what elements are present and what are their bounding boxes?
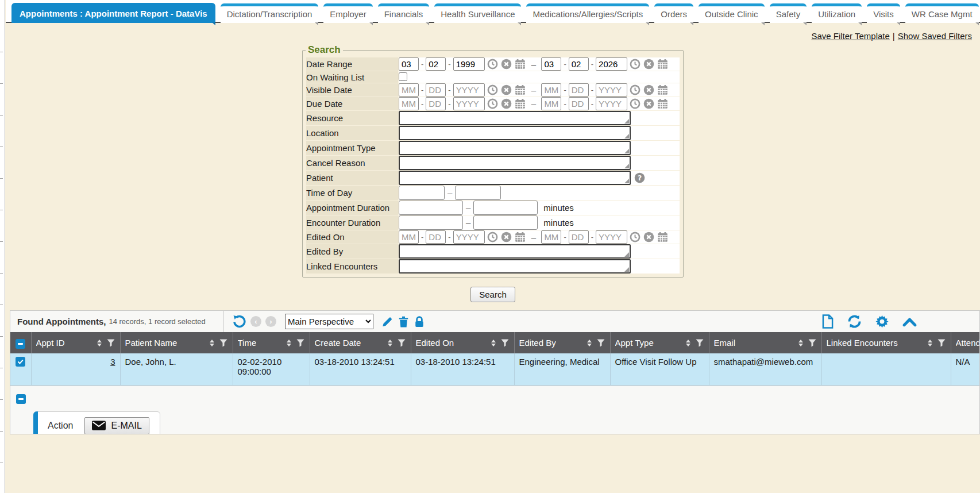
clear-date-icon[interactable] (501, 232, 512, 242)
date-range-to-day-input[interactable] (569, 57, 589, 71)
tab-health-surveillance[interactable]: Health Surveillance (434, 3, 521, 23)
column-header-patient-name[interactable]: Patient Name (120, 332, 233, 353)
edited-by-input[interactable] (399, 244, 631, 259)
sort-icon[interactable] (686, 340, 690, 346)
time-of-day-from-input[interactable] (399, 186, 445, 200)
clock-icon[interactable] (630, 84, 641, 95)
due-date-to-year-input[interactable] (596, 97, 627, 110)
calendar-icon[interactable] (657, 84, 668, 95)
filter-icon[interactable] (597, 339, 605, 347)
filter-icon[interactable] (107, 339, 115, 347)
clock-icon[interactable] (630, 59, 641, 70)
due-date-from-year-input[interactable] (453, 97, 485, 110)
sort-icon[interactable] (287, 340, 291, 346)
calendar-icon[interactable] (515, 59, 526, 70)
calendar-icon[interactable] (657, 232, 668, 242)
date-range-to-year-input[interactable] (596, 57, 627, 71)
clock-icon[interactable] (630, 232, 641, 242)
column-header-appt-type[interactable]: Appt Type (610, 332, 709, 353)
tab-dictation-transcription[interactable]: Dictation/Transcription (221, 3, 319, 23)
visible-date-to-day-input[interactable] (569, 83, 589, 97)
column-header-create-date[interactable]: Create Date (310, 332, 411, 353)
clear-date-icon[interactable] (643, 232, 654, 242)
visible-date-from-day-input[interactable] (426, 83, 446, 97)
filter-icon[interactable] (219, 339, 227, 347)
date-range-from-day-input[interactable] (426, 57, 446, 71)
edited-on-from-month-input[interactable] (399, 230, 419, 244)
select-all-checkbox[interactable] (16, 339, 25, 349)
collapse-results-icon[interactable] (16, 394, 26, 404)
sort-icon[interactable] (97, 340, 102, 346)
column-header-appt-id[interactable]: Appt ID (31, 332, 120, 353)
refresh-icon[interactable] (847, 315, 862, 328)
resource-input[interactable] (399, 111, 631, 125)
lock-icon[interactable] (414, 316, 425, 328)
help-icon[interactable]: ? (634, 172, 645, 183)
clear-date-icon[interactable] (501, 98, 512, 109)
tab-utilization[interactable]: Utilization (812, 3, 862, 23)
appointment-duration-min-input[interactable] (399, 201, 463, 215)
filter-icon[interactable] (937, 339, 946, 347)
date-range-to-month-input[interactable] (541, 57, 561, 71)
save-filter-template-link[interactable]: Save Filter Template (811, 31, 889, 41)
column-header-edited-on[interactable]: Edited On (411, 332, 514, 353)
patient-input[interactable] (399, 171, 631, 185)
clock-icon[interactable] (487, 59, 498, 70)
clock-icon[interactable] (487, 84, 498, 95)
edited-on-from-year-input[interactable] (453, 230, 485, 244)
time-of-day-to-input[interactable] (455, 186, 501, 200)
tab-appointments-report[interactable]: Appointments : Appointment Report - Data… (11, 3, 215, 23)
calendar-icon[interactable] (515, 84, 526, 95)
visible-date-to-month-input[interactable] (541, 83, 561, 97)
sort-icon[interactable] (491, 340, 496, 346)
filter-icon[interactable] (296, 339, 304, 347)
clear-date-icon[interactable] (501, 59, 512, 70)
appointment-type-input[interactable] (399, 141, 631, 155)
row-checkbox[interactable] (16, 357, 25, 367)
location-input[interactable] (399, 126, 631, 140)
calendar-icon[interactable] (515, 232, 526, 242)
filter-icon[interactable] (696, 339, 704, 347)
tab-visits[interactable]: Visits (867, 3, 900, 23)
tab-financials[interactable]: Financials (378, 3, 430, 23)
encounter-duration-min-input[interactable] (399, 215, 463, 230)
new-document-icon[interactable] (821, 314, 834, 329)
due-date-to-day-input[interactable] (569, 97, 589, 110)
clear-date-icon[interactable] (643, 98, 654, 109)
back-icon[interactable]: ‹ (250, 316, 261, 327)
show-saved-filters-link[interactable]: Show Saved Filters (898, 31, 972, 41)
calendar-icon[interactable] (515, 98, 526, 109)
column-header-select-all[interactable] (10, 332, 31, 353)
clear-date-icon[interactable] (643, 84, 654, 95)
sort-icon[interactable] (388, 340, 392, 346)
visible-date-to-year-input[interactable] (596, 83, 627, 97)
due-date-to-month-input[interactable] (541, 97, 561, 110)
edit-pencil-icon[interactable] (381, 316, 393, 328)
clear-date-icon[interactable] (501, 84, 512, 95)
tab-employer[interactable]: Employer (323, 3, 372, 23)
calendar-icon[interactable] (657, 98, 668, 109)
search-button[interactable]: Search (470, 287, 515, 302)
tab-medications-allergies-scripts[interactable]: Medications/Allergies/Scripts (526, 3, 649, 23)
column-header-linked-encounters[interactable]: Linked Encounters (821, 332, 951, 353)
undo-icon[interactable] (233, 315, 246, 328)
sort-icon[interactable] (587, 340, 592, 346)
filter-icon[interactable] (501, 339, 509, 347)
clock-icon[interactable] (487, 98, 498, 109)
date-range-from-month-input[interactable] (399, 57, 419, 71)
sort-icon[interactable] (210, 340, 214, 346)
due-date-from-day-input[interactable] (426, 97, 446, 110)
sort-icon[interactable] (928, 340, 932, 346)
filter-icon[interactable] (398, 339, 406, 347)
date-range-from-year-input[interactable] (453, 57, 485, 71)
column-header-email[interactable]: Email (709, 332, 821, 353)
on-waiting-list-checkbox[interactable] (399, 72, 407, 81)
encounter-duration-max-input[interactable] (473, 215, 538, 230)
clock-icon[interactable] (630, 98, 641, 109)
tab-orders[interactable]: Orders (654, 3, 693, 23)
linked-encounters-input[interactable] (399, 259, 631, 274)
filter-icon[interactable] (808, 339, 816, 347)
column-header-time[interactable]: Time (233, 332, 310, 353)
edited-on-to-month-input[interactable] (541, 230, 561, 244)
visible-date-from-month-input[interactable] (399, 83, 419, 97)
